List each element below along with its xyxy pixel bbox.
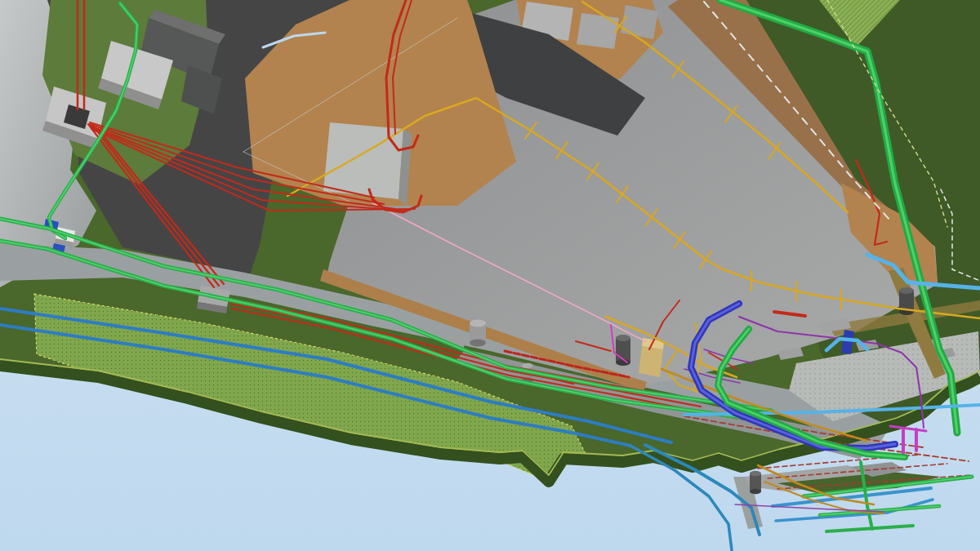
pad-building-2 <box>577 13 619 49</box>
manhole-5 <box>750 489 761 494</box>
building-footprint-on-pad <box>323 122 403 199</box>
manhole-5 <box>750 471 761 476</box>
tank-beige <box>639 346 663 377</box>
manhole-1 <box>470 340 486 347</box>
manhole-5 <box>750 473 761 491</box>
manhole-4 <box>899 287 914 294</box>
viewport-3d[interactable] <box>0 0 980 551</box>
manhole-1 <box>470 320 486 327</box>
model-viewport-frame <box>0 0 980 551</box>
manhole-3 <box>522 363 533 368</box>
manhole-2 <box>616 335 630 341</box>
terrain-and-pads-layer <box>0 0 980 551</box>
